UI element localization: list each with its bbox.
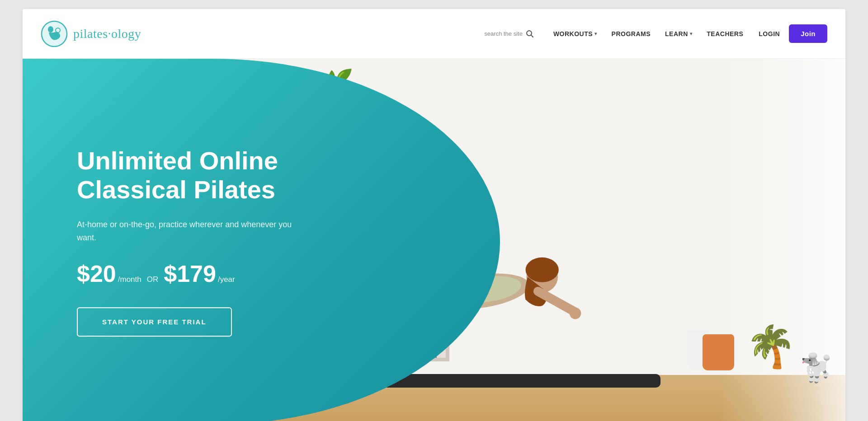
price-yearly-unit: /year: [218, 276, 235, 285]
hero-title: Unlimited Online Classical Pilates: [77, 146, 312, 205]
chevron-down-icon: ▾: [594, 31, 597, 36]
page-wrapper: pilates·ology search the site: [0, 0, 868, 421]
chevron-down-icon: ▾: [690, 31, 693, 36]
logo-link[interactable]: pilates·ology: [41, 20, 141, 47]
search-area: search the site: [484, 29, 534, 38]
logo-icon: [41, 20, 68, 47]
svg-point-2: [48, 26, 53, 33]
hero-content: Unlimited Online Classical Pilates At-ho…: [77, 146, 312, 337]
price-monthly: $20: [77, 261, 116, 288]
logo-text: pilates·ology: [73, 27, 141, 41]
svg-point-14: [570, 308, 581, 319]
price-yearly: $179: [164, 261, 216, 288]
free-trial-button[interactable]: START YOUR FREE TRIAL: [77, 308, 232, 337]
nav-item-teachers[interactable]: TEACHERS: [700, 27, 750, 41]
nav-item-workouts[interactable]: WORKOUTS ▾: [547, 27, 604, 41]
price-or-label: OR: [147, 276, 159, 285]
floor-plant: 🌴: [745, 323, 796, 370]
orange-pot: [703, 334, 734, 370]
price-monthly-unit: /month: [118, 276, 142, 285]
login-button[interactable]: LOGIN: [751, 27, 787, 41]
join-button[interactable]: Join: [789, 24, 827, 43]
svg-point-8: [526, 257, 559, 282]
search-button[interactable]: [525, 29, 534, 38]
dog: 🐩: [799, 352, 833, 384]
site-header: pilates·ology search the site: [23, 9, 845, 59]
search-label: search the site: [484, 30, 523, 37]
main-nav: WORKOUTS ▾ PROGRAMS LEARN ▾ TEACHERS LOG…: [547, 24, 827, 43]
nav-item-learn[interactable]: LEARN ▾: [659, 27, 698, 41]
search-icon: [526, 30, 534, 38]
hero-subtitle: At-home or on-the-go, practice wherever …: [77, 218, 312, 244]
site-container: pilates·ology search the site: [23, 9, 845, 421]
svg-line-5: [531, 35, 533, 37]
nav-area: search the site WORKOUTS ▾: [484, 24, 827, 43]
nav-item-programs[interactable]: PROGRAMS: [605, 27, 657, 41]
hero-section: 🌿 🌴: [23, 59, 845, 421]
hero-pricing: $20 /month OR $179 /year: [77, 261, 312, 288]
